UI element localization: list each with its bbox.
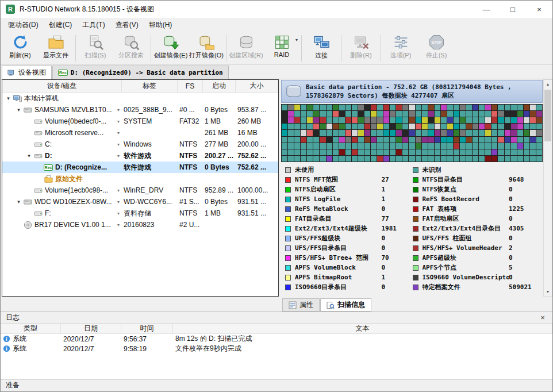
cell-label: 0025_388B_9... [122, 104, 178, 116]
tree-row-volume-1ecb0c98[interactable]: Volume{1ecb0c98-...▾WinRE_DRVNTFS952.89 … [2, 185, 278, 196]
refresh-button[interactable]: 刷新(R) [2, 33, 38, 63]
expander-icon[interactable]: ▾ [15, 107, 22, 113]
row-dropdown-icon[interactable]: ▾ [117, 142, 120, 147]
expander-icon[interactable]: ▾ [25, 153, 33, 159]
scroll-up-icon[interactable]: ▲ [544, 80, 552, 89]
create-image-button[interactable]: 创建镜像(E) [153, 33, 189, 63]
create-image-icon [163, 34, 179, 50]
close-button[interactable]: × [526, 1, 552, 18]
tree-row-microsoft-reserved[interactable]: Microsoft reserve...▾261 MB16 MB [2, 127, 278, 139]
menu-create[interactable]: 创建(C) [44, 18, 78, 32]
scan-block-map[interactable] [281, 104, 543, 162]
menu-help[interactable]: 帮助(H) [144, 18, 178, 32]
right-scrollbar[interactable]: ▲ ▼ [543, 79, 552, 297]
scan-block [320, 143, 325, 149]
scan-block [402, 143, 408, 149]
scan-block [339, 156, 345, 162]
dropdown-arrow-icon[interactable]: ▾ [295, 37, 298, 43]
tab-properties[interactable]: 属性 [282, 298, 320, 312]
cell-label: 资料存储 [122, 207, 178, 219]
tree-row-raw-files[interactable]: 原始文件 [2, 173, 278, 185]
connect-button[interactable]: 连接 [304, 33, 339, 63]
open-image-button[interactable]: 打开镜像(O) [189, 33, 224, 63]
scan-block [485, 111, 491, 117]
tree-row-samsung-disk[interactable]: ▾SAMSUNG MZVLB1T0...▾0025_388B_9...#0 ..… [2, 104, 278, 116]
legend-value: 0 [382, 264, 413, 271]
tree-row-volume-0bedecf0[interactable]: Volume{0bedecf0-...▾SYSTEMFAT321 MB260 M… [2, 116, 278, 127]
scan-block [416, 124, 421, 129]
show-files-button[interactable]: 显示文件 [38, 33, 74, 63]
row-dropdown-icon[interactable]: ▾ [117, 130, 120, 136]
log-column-type[interactable]: 类型 [1, 324, 61, 333]
tab-scanned-partition[interactable]: Rec D: (Recognized0) -> Basic data parti… [52, 66, 229, 79]
column-header-label[interactable]: 标签 [122, 80, 178, 92]
properties-icon [289, 301, 297, 309]
row-dropdown-icon[interactable]: ▾ [117, 119, 120, 124]
log-close-icon[interactable]: × [538, 313, 547, 322]
row-dropdown-icon[interactable]: ▾ [117, 211, 120, 216]
row-dropdown-icon[interactable]: ▾ [117, 153, 120, 159]
tree-row-d-drive[interactable]: ▾D:▾软件游戏NTFS200.27 ...752.62 ... [2, 150, 278, 162]
menu-drives[interactable]: 驱动器(D) [3, 18, 44, 32]
column-header-size[interactable]: 大小 [236, 80, 278, 92]
scan-block [409, 156, 414, 162]
menu-tools[interactable]: 工具(T) [77, 18, 110, 32]
scan-block [294, 124, 300, 129]
column-header-fs[interactable]: FS [178, 80, 203, 92]
tab-scan-information[interactable]: 扫描信息 [320, 298, 371, 312]
scan-block [473, 117, 478, 123]
scan-block [422, 117, 428, 123]
create-region-button: 创建区域(R) [228, 33, 264, 63]
log-row[interactable]: 系统2020/12/79:58:19文件枚举在9秒内完成 [1, 344, 552, 353]
tree-row-local-computer[interactable]: ▾本地计算机 [2, 93, 278, 104]
scan-block [530, 111, 536, 117]
log-column-date[interactable]: 日期 [61, 324, 121, 333]
scan-block [288, 117, 294, 123]
scan-block [402, 124, 408, 129]
row-dropdown-icon[interactable]: ▾ [117, 107, 120, 113]
tree-row-d-recognized[interactable]: RecD: (Recognize...软件游戏NTFS0 Bytes752.62… [2, 162, 278, 173]
tree-row-wdc-disk[interactable]: ▾WDC WD10EZEX-08W...▾WD-WCC6Y6...#1 S...… [2, 196, 278, 207]
tree-row-c-drive[interactable]: C:▾WindowsNTFS277 MB200.00 ... [2, 139, 278, 150]
tab-device-view[interactable]: 设备视图 [2, 66, 52, 79]
cell-size: 752.62 ... [236, 162, 278, 173]
row-dropdown-icon[interactable]: ▾ [117, 188, 120, 193]
column-header-start[interactable]: 启动 [203, 80, 236, 92]
scan-block [352, 130, 358, 136]
expander-icon[interactable]: ▾ [15, 199, 22, 205]
row-dropdown-icon[interactable]: ▾ [117, 199, 120, 205]
raid-button[interactable]: ▾RAID [264, 33, 299, 63]
menu-view[interactable]: 查看(V) [110, 18, 144, 32]
log-row[interactable]: 系统2020/12/79:56:378m 12s 的 D: 扫描已完成 [1, 334, 552, 344]
log-column-text[interactable]: 文本 [173, 324, 552, 333]
maximize-button[interactable]: □ [500, 1, 526, 18]
scroll-down-icon[interactable]: ▼ [544, 287, 552, 296]
scan-block [396, 117, 402, 123]
minimize-button[interactable]: — [473, 1, 500, 18]
scan-block [333, 117, 339, 123]
cell-start [203, 219, 236, 230]
scan-block [460, 137, 466, 143]
log-column-time[interactable]: 时间 [121, 324, 173, 333]
scan-block [422, 137, 428, 143]
tree-row-f-drive[interactable]: F:▾资料存储NTFS1 MB931.51 ... [2, 207, 278, 219]
legend-swatch [285, 255, 291, 261]
cell-size: 200.00 ... [236, 139, 278, 150]
expander-icon[interactable]: ▾ [5, 95, 12, 101]
cell-start [203, 93, 236, 104]
scan-block [327, 117, 332, 123]
row-dropdown-icon[interactable]: ▾ [117, 222, 120, 228]
scan-block [377, 143, 383, 149]
scan-block [498, 143, 504, 149]
scan-block [447, 117, 453, 123]
volume-icon [33, 140, 43, 149]
column-header-device[interactable]: 设备/磁盘 [2, 80, 122, 92]
tree-row-br17-device[interactable]: BR17 DEVICE V1.00 1...▾20160823#2 U... [2, 219, 278, 230]
scroll-thumb[interactable] [544, 90, 551, 141]
scroll-track[interactable] [544, 89, 552, 287]
device-name: 原始文件 [55, 174, 83, 184]
scan-block [517, 111, 523, 117]
scan-button: 扫描(S) [78, 33, 113, 63]
scan-block [409, 149, 414, 155]
log-panel: 日志 × 类型 日期 时间 文本 系统2020/12/79:56:378m 12… [1, 312, 552, 379]
